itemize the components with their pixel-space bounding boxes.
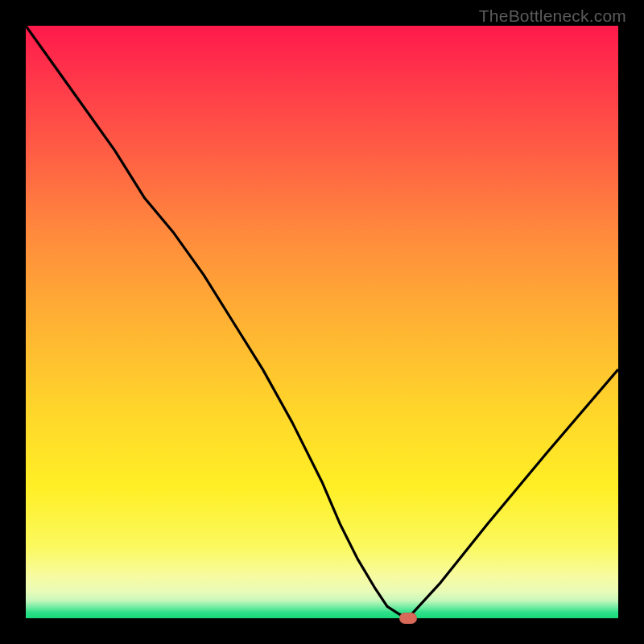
site-attribution: TheBottleneck.com xyxy=(479,6,626,26)
chart-container: TheBottleneck.com xyxy=(0,0,644,644)
gradient-plot-area xyxy=(26,26,618,618)
optimal-point-marker xyxy=(399,613,417,624)
